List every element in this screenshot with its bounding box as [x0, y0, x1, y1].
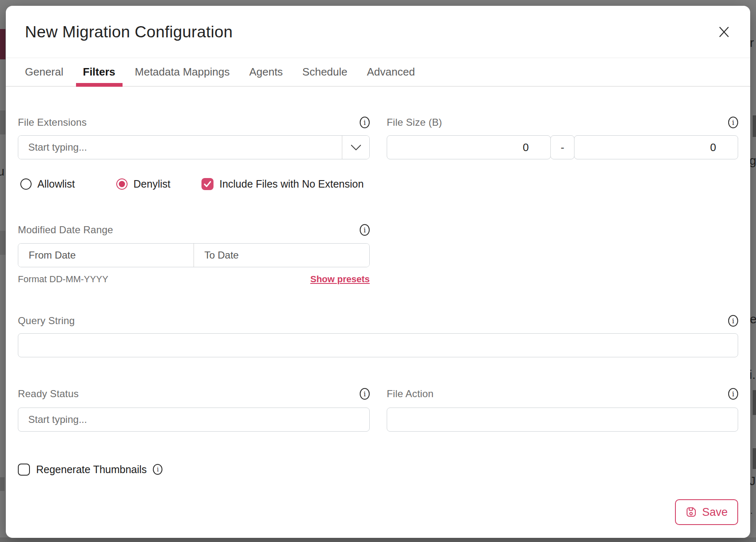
file-size-label: File Size (B) — [387, 117, 442, 128]
info-icon[interactable]: i — [360, 224, 370, 236]
regenerate-thumbnails-option[interactable]: Regenerate Thumbnails i — [18, 463, 738, 476]
background-text-fragment: ul — [0, 164, 4, 178]
save-button-label: Save — [702, 506, 728, 519]
tab-advanced[interactable]: Advanced — [360, 58, 422, 86]
info-icon[interactable]: i — [728, 315, 738, 327]
file-size-min-input[interactable] — [387, 135, 551, 159]
background-fragment — [0, 110, 5, 134]
include-no-extension-label: Include Files with No Extension — [219, 178, 363, 190]
include-no-extension-option[interactable]: Include Files with No Extension — [201, 178, 363, 190]
denylist-label: Denylist — [133, 178, 170, 190]
info-icon[interactable]: i — [360, 388, 370, 400]
background-text-fragment: J. — [749, 474, 756, 488]
file-extensions-input[interactable] — [18, 136, 342, 159]
to-date-input[interactable] — [194, 244, 369, 267]
file-size-max-input[interactable] — [574, 135, 738, 159]
background-text-fragment: r — [750, 36, 756, 50]
info-icon[interactable]: i — [728, 388, 738, 400]
chevron-down-icon — [351, 144, 361, 151]
modified-date-range-label: Modified Date Range — [18, 224, 113, 236]
include-no-extension-checkbox[interactable] — [201, 178, 214, 190]
tab-schedule[interactable]: Schedule — [295, 58, 354, 86]
query-string-input[interactable] — [18, 333, 738, 357]
from-date-input[interactable] — [18, 244, 194, 267]
ready-status-input[interactable] — [18, 408, 370, 432]
file-size-range-group: - — [387, 135, 738, 159]
tab-general[interactable]: General — [18, 58, 71, 86]
background-maroon-fragment — [0, 29, 5, 59]
regenerate-thumbnails-label: Regenerate Thumbnails — [36, 464, 147, 476]
date-format-hint: Format DD-MM-YYYY — [18, 274, 108, 285]
tab-bar: General Filters Metadata Mappings Agents… — [6, 58, 750, 87]
background-text-fragment: i. — [749, 368, 756, 382]
checkmark-icon — [201, 178, 214, 190]
background-fragment — [753, 390, 756, 415]
list-mode-row: Allowlist Denylist Include Files with No… — [18, 177, 738, 190]
denylist-option[interactable]: Denylist — [116, 178, 170, 190]
filters-tab-panel: File Extensions i File Size (B) i - — [6, 87, 750, 538]
background-fragment — [753, 448, 756, 469]
file-action-input[interactable] — [387, 408, 738, 432]
allowlist-option[interactable]: Allowlist — [20, 178, 75, 190]
file-extensions-label: File Extensions — [18, 117, 87, 128]
save-button[interactable]: Save — [675, 499, 738, 525]
file-extensions-dropdown-button[interactable] — [342, 136, 369, 159]
modified-date-range-group — [18, 243, 370, 267]
background-fragment — [753, 115, 756, 137]
query-string-label: Query String — [18, 315, 75, 327]
save-icon — [685, 506, 697, 518]
modal-title: New Migration Configuration — [25, 23, 233, 41]
background-text-fragment: g — [749, 154, 756, 168]
denylist-radio[interactable] — [116, 178, 128, 190]
show-presets-link[interactable]: Show presets — [310, 274, 370, 285]
allowlist-radio[interactable] — [20, 178, 32, 190]
info-icon[interactable]: i — [153, 464, 162, 475]
tab-filters[interactable]: Filters — [76, 58, 123, 86]
background-fragment — [0, 537, 756, 542]
tab-metadata-mappings[interactable]: Metadata Mappings — [128, 58, 237, 86]
close-icon — [718, 26, 730, 38]
modal-header: New Migration Configuration — [6, 6, 750, 58]
tab-agents[interactable]: Agents — [242, 58, 290, 86]
allowlist-label: Allowlist — [37, 178, 75, 190]
close-button[interactable] — [715, 23, 733, 41]
ready-status-label: Ready Status — [18, 388, 79, 400]
background-fragment — [0, 231, 5, 255]
new-migration-configuration-modal: New Migration Configuration General Filt… — [6, 6, 750, 538]
regenerate-thumbnails-checkbox[interactable] — [18, 464, 30, 476]
background-text-fragment: e — [750, 312, 756, 326]
file-action-label: File Action — [387, 388, 434, 400]
background-fragment — [0, 477, 5, 491]
info-icon[interactable]: i — [728, 117, 738, 128]
info-icon[interactable]: i — [360, 117, 370, 128]
file-extensions-input-group — [18, 135, 370, 159]
range-separator: - — [550, 135, 574, 159]
